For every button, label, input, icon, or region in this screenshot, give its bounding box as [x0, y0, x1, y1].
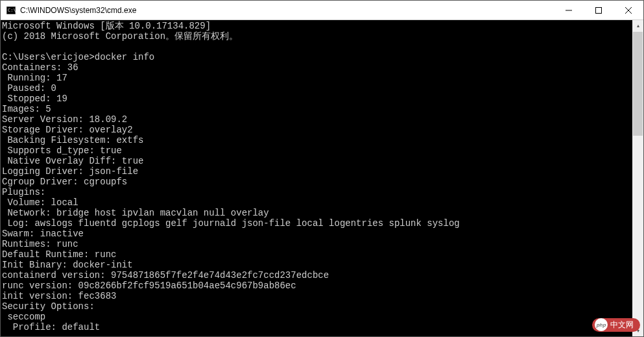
- out-containers: Containers: 36: [2, 62, 78, 73]
- window-title: C:\WINDOWS\system32\cmd.exe: [20, 6, 554, 15]
- out-paused: Paused: 0: [2, 83, 56, 94]
- svg-text:C:\: C:\: [8, 8, 16, 13]
- header-line-2: (c) 2018 Microsoft Corporation。保留所有权利。: [2, 31, 238, 42]
- out-volume: Volume: local: [2, 197, 78, 208]
- scroll-up-button[interactable]: ▴: [632, 20, 643, 31]
- out-plugins: Plugins:: [2, 187, 45, 197]
- out-storage-driver: Storage Driver: overlay2: [2, 125, 133, 135]
- out-init-version: init version: fec3683: [2, 291, 116, 301]
- watermark-text: 中文网: [610, 319, 634, 331]
- out-log: Log: awslogs fluentd gcplogs gelf journa…: [2, 218, 460, 229]
- out-default-runtime: Default Runtime: runc: [2, 249, 116, 260]
- out-network: Network: bridge host ipvlan macvlan null…: [2, 208, 269, 218]
- out-runc-version: runc version: 09c8266bf2fcf9519a651b04ae…: [2, 281, 296, 291]
- out-native-overlay: Native Overlay Diff: true: [2, 156, 143, 166]
- out-supports-dtype: Supports d_type: true: [2, 145, 122, 156]
- terminal-area: Microsoft Windows [版本 10.0.17134.829] (c…: [1, 20, 643, 336]
- window-controls: [554, 1, 643, 19]
- out-running: Running: 17: [2, 73, 67, 83]
- scrollbar: ▴ ▾: [632, 20, 643, 336]
- close-button[interactable]: [614, 1, 643, 19]
- out-security-options: Security Options:: [2, 301, 95, 312]
- svg-rect-3: [596, 7, 602, 13]
- watermark-badge: 中文网: [592, 318, 640, 332]
- cmd-window: C:\ C:\WINDOWS\system32\cmd.exe Microsof…: [0, 0, 644, 337]
- cmd-icon: C:\: [6, 5, 16, 16]
- out-stopped: Stopped: 19: [2, 94, 67, 104]
- prompt: C:\Users\ericjoe>: [2, 52, 95, 62]
- out-swarm: Swarm: inactive: [2, 229, 84, 239]
- header-line-1: Microsoft Windows [版本 10.0.17134.829]: [2, 21, 211, 31]
- out-seccomp: seccomp: [2, 312, 45, 322]
- out-server-version: Server Version: 18.09.2: [2, 114, 127, 125]
- titlebar: C:\ C:\WINDOWS\system32\cmd.exe: [1, 1, 643, 20]
- out-backing-fs: Backing Filesystem: extfs: [2, 135, 143, 145]
- out-images: Images: 5: [2, 104, 51, 114]
- minimize-button[interactable]: [554, 1, 584, 19]
- out-cgroup-driver: Cgroup Driver: cgroupfs: [2, 177, 127, 187]
- maximize-button[interactable]: [584, 1, 614, 19]
- command: docker info: [95, 52, 154, 62]
- out-logging-driver: Logging Driver: json-file: [2, 166, 138, 177]
- scroll-thumb[interactable]: [633, 32, 643, 136]
- terminal-output[interactable]: Microsoft Windows [版本 10.0.17134.829] (c…: [1, 20, 632, 336]
- out-runtimes: Runtimes: runc: [2, 239, 78, 249]
- out-profile: Profile: default: [2, 322, 100, 332]
- out-init-binary: Init Binary: docker-init: [2, 260, 133, 270]
- out-containerd-version: containerd version: 9754871865f7fe2f4e74…: [2, 270, 329, 281]
